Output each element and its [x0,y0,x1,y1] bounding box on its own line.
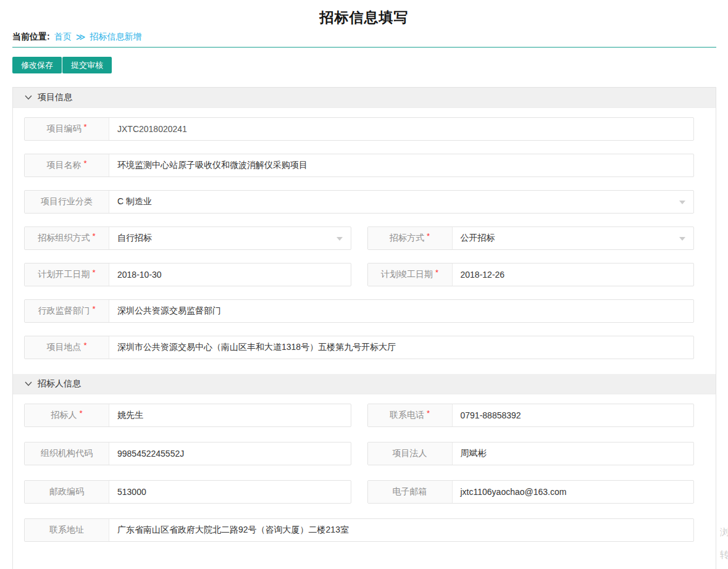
postcode-input[interactable]: 513000 [109,481,351,503]
field-label: 行政监督部门 * [25,300,109,322]
contact-address-input[interactable]: 广东省南山区省政府大院北二路92号（咨询大厦）二楼213室 [109,519,693,541]
chevron-down-icon [25,381,32,386]
industry-category-select[interactable]: C 制造业 [109,191,693,213]
form-row: 项目行业分类 C 制造业 [24,190,694,214]
field-label-text: 行政监督部门 [38,305,90,317]
field-bid-mode: 招标方式 * 公开招标 [367,226,695,250]
field-supervision-dept: 行政监督部门 * 深圳公共资源交易监督部门 [24,299,694,323]
form-row: 行政监督部门 * 深圳公共资源交易监督部门 [24,299,694,323]
breadcrumb-prefix: 当前位置: [12,31,50,43]
field-label: 组织机构代码 [25,442,109,465]
end-date-input[interactable]: 2018-12-26 [453,264,694,286]
form-row: 计划开工日期 * 2018-10-30 计划竣工日期 * 2018-12-26 [24,263,694,286]
field-label-text: 招标人 [51,410,77,421]
form-row: 项目地点 * 深圳市公共资源交易中心（南山区丰和大道1318号）五楼第九号开标大… [24,336,694,359]
required-mark: * [92,304,95,314]
field-value: 周斌彬 [461,448,487,459]
field-value: 513000 [117,487,146,497]
breadcrumb-separator-icon: ≫ [76,31,86,43]
field-value: 2018-10-30 [117,270,162,280]
field-end-date: 计划竣工日期 * 2018-12-26 [367,263,695,286]
field-label-text: 计划开工日期 [38,269,90,280]
form-row: 招标人 * 姚先生 联系电话 * 0791-88858392 [24,404,694,427]
watermark-char: 转 [720,543,728,566]
field-value: 广东省南山区省政府大院北二路92号（咨询大厦）二楼213室 [117,525,349,536]
section-header-bidder-info[interactable]: 招标人信息 [13,374,716,394]
field-label-text: 电子邮箱 [393,486,427,497]
field-value: 深圳市公共资源交易中心（南山区丰和大道1318号）五楼第九号开标大厅 [117,342,396,353]
page-title: 招标信息填写 [0,0,728,27]
bidder-person-input[interactable]: 姚先生 [109,404,351,426]
field-label-text: 项目法人 [393,448,427,459]
field-contact-phone: 联系电话 * 0791-88858392 [367,404,695,427]
bid-mode-select[interactable]: 公开招标 [453,227,694,249]
field-value: 环境监测中心站原子吸收仪和微波消解仪采购项目 [117,160,308,171]
field-label-text: 项目编码 [46,123,81,135]
field-start-date: 计划开工日期 * 2018-10-30 [24,263,351,286]
field-value: 深圳公共资源交易监督部门 [117,305,221,317]
supervision-dept-input[interactable]: 深圳公共资源交易监督部门 [109,300,693,322]
project-code-input[interactable]: JXTC2018020241 [109,118,693,140]
field-email: 电子邮箱 jxtc1106yaochao@163.com [367,480,695,504]
field-label-text: 招标方式 [390,233,424,244]
required-mark: * [83,122,86,131]
legal-person-input[interactable]: 周斌彬 [453,442,694,465]
field-label: 计划开工日期 * [25,264,109,286]
project-name-input[interactable]: 环境监测中心站原子吸收仪和微波消解仪采购项目 [109,154,693,177]
field-label-text: 联系地址 [49,525,84,536]
field-label-text: 联系电话 [390,410,424,421]
field-value: 2018-12-26 [461,270,505,280]
start-date-input[interactable]: 2018-10-30 [109,264,351,286]
field-label: 邮政编码 [25,481,109,503]
field-label: 联系电话 * [368,404,453,426]
form-panel: 项目信息 项目编码 * JXTC2018020241 项目名称 * [12,87,716,569]
field-label: 项目名称 * [25,154,109,177]
field-label: 招标方式 * [368,227,453,249]
dropdown-caret-icon [679,201,685,204]
breadcrumb-current-link[interactable]: 招标信息新增 [90,31,141,43]
save-button[interactable]: 修改保存 [12,57,62,73]
chevron-down-icon [25,95,32,100]
field-label: 项目法人 [368,442,453,465]
edge-watermark: 浏 转 [720,520,728,566]
field-value: jxtc1106yaochao@163.com [461,487,567,497]
section-title: 招标人信息 [38,378,81,389]
email-input[interactable]: jxtc1106yaochao@163.com [453,481,694,503]
field-legal-person: 项目法人 周斌彬 [367,442,695,465]
breadcrumb-home-link[interactable]: 首页 [54,31,72,43]
field-label: 联系地址 [25,519,109,541]
contact-phone-input[interactable]: 0791-88858392 [453,404,694,426]
field-postcode: 邮政编码 513000 [24,480,351,504]
field-org-code: 组织机构代码 9985452245552J [24,442,351,465]
field-label-text: 项目名称 [46,160,81,171]
breadcrumb: 当前位置: 首页 ≫ 招标信息新增 [12,31,728,43]
required-mark: * [92,268,95,277]
submit-review-button[interactable]: 提交审核 [62,57,112,73]
field-value: 9985452245552J [117,449,184,459]
section-title: 项目信息 [38,92,72,103]
field-industry-category: 项目行业分类 C 制造业 [24,190,694,214]
required-mark: * [79,409,82,418]
dropdown-caret-icon [679,237,685,241]
form-row: 邮政编码 513000 电子邮箱 jxtc1106yaochao@163.com [24,480,694,504]
field-label-text: 计划竣工日期 [381,269,433,280]
dropdown-caret-icon [337,237,343,241]
field-bidder-person: 招标人 * 姚先生 [24,404,351,427]
form-row: 联系地址 广东省南山区省政府大院北二路92号（咨询大厦）二楼213室 [24,518,694,542]
required-mark: * [92,231,95,241]
required-mark: * [435,268,438,277]
field-label-text: 项目行业分类 [41,196,93,207]
field-label: 电子邮箱 [368,481,453,503]
section-header-project-info[interactable]: 项目信息 [13,88,716,108]
form-row: 组织机构代码 9985452245552J 项目法人 周斌彬 [24,442,694,465]
org-code-input[interactable]: 9985452245552J [109,442,351,465]
field-value: 0791-88858392 [461,410,521,420]
field-value: 自行招标 [117,233,152,244]
org-mode-select[interactable]: 自行招标 [109,227,351,249]
project-location-input[interactable]: 深圳市公共资源交易中心（南山区丰和大道1318号）五楼第九号开标大厅 [109,336,693,359]
field-label: 项目行业分类 [25,191,109,213]
field-value: 姚先生 [117,410,143,421]
field-label: 项目编码 * [25,118,109,140]
watermark-char: 浏 [720,520,728,543]
field-label-text: 项目地点 [46,342,81,353]
